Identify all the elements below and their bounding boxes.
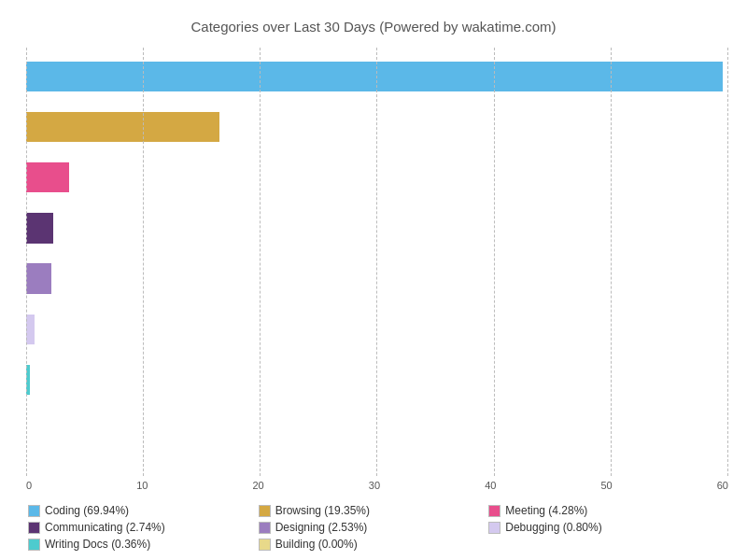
legend-item: Building (0.00%)	[259, 538, 489, 551]
legend-item: Debugging (0.80%)	[488, 521, 719, 534]
x-label: 30	[369, 480, 380, 497]
legend-swatch	[259, 505, 271, 517]
legend-item: Meeting (4.28%)	[488, 504, 719, 517]
x-label: 10	[136, 480, 148, 497]
legend-swatch	[28, 522, 40, 534]
legend-label: Coding (69.94%)	[45, 504, 129, 517]
x-label: 40	[485, 480, 496, 497]
legend-item: Designing (2.53%)	[259, 521, 489, 534]
legend-label: Browsing (19.35%)	[275, 504, 370, 517]
bar-designing	[26, 263, 51, 293]
legend-label: Building (0.00%)	[275, 538, 358, 551]
bar-row	[26, 308, 728, 351]
bar-row	[26, 105, 728, 148]
legend-item: Writing Docs (0.36%)	[28, 538, 259, 551]
legend-swatch	[488, 522, 500, 534]
legend-swatch	[259, 522, 271, 534]
x-labels: 0102030405060	[26, 476, 728, 497]
bar-browsing	[26, 112, 219, 142]
legend-label: Designing (2.53%)	[275, 521, 368, 534]
plot-area: 0102030405060	[26, 48, 728, 497]
legend-column: Meeting (4.28%)Debugging (0.80%)	[488, 504, 719, 551]
bar-row	[26, 55, 728, 98]
x-label: 50	[600, 480, 612, 497]
legend-item: Coding (69.94%)	[28, 504, 259, 517]
bar-row	[26, 409, 728, 452]
legend-item: Communicating (2.74%)	[28, 521, 259, 534]
legend-swatch	[28, 539, 40, 551]
bar-coding	[26, 62, 723, 91]
bar-writing-docs	[26, 365, 30, 395]
bar-row	[26, 358, 728, 401]
bar-row	[26, 206, 728, 249]
legend-column: Browsing (19.35%)Designing (2.53%)Buildi…	[259, 504, 489, 551]
legend-swatch	[28, 505, 40, 517]
y-axis	[19, 48, 26, 497]
legend-label: Communicating (2.74%)	[45, 521, 165, 534]
legend-label: Meeting (4.28%)	[505, 504, 587, 517]
chart-title: Categories over Last 30 Days (Powered by…	[19, 19, 728, 35]
x-label: 0	[26, 480, 32, 497]
x-label: 60	[717, 480, 728, 497]
bar-row	[26, 258, 728, 301]
bar-meeting	[26, 162, 69, 192]
legend-column: Coding (69.94%)Communicating (2.74%)Writ…	[28, 504, 259, 551]
legend-label: Writing Docs (0.36%)	[45, 538, 150, 551]
bar-debugging	[26, 315, 35, 344]
legend-swatch	[259, 539, 271, 551]
bars-container	[26, 48, 728, 476]
legend-item: Browsing (19.35%)	[259, 504, 489, 517]
bar-communicating	[26, 213, 53, 243]
bar-row	[26, 156, 728, 199]
chart-container: Categories over Last 30 Days (Powered by…	[0, 0, 747, 560]
legend: Coding (69.94%)Communicating (2.74%)Writ…	[19, 504, 728, 551]
x-label: 20	[253, 480, 264, 497]
chart-area: 0102030405060	[19, 48, 728, 497]
legend-label: Debugging (0.80%)	[505, 521, 601, 534]
x-axis: 0102030405060	[26, 476, 728, 497]
legend-swatch	[488, 505, 500, 517]
